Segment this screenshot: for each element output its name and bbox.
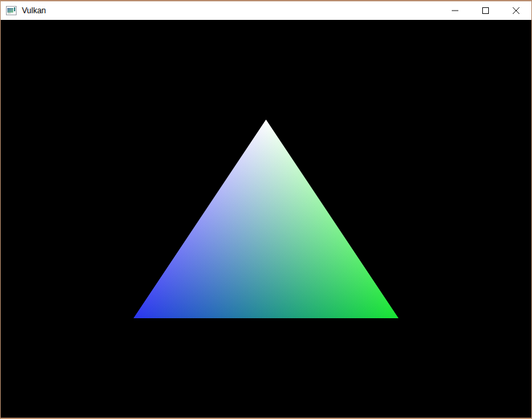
- vulkan-viewport: [1, 20, 531, 418]
- titlebar[interactable]: Vulkan: [1, 1, 531, 20]
- vulkan-window: Vulkan: [0, 0, 532, 419]
- window-controls: [440, 1, 531, 20]
- window-title: Vulkan: [22, 1, 46, 20]
- minimize-button[interactable]: [440, 1, 470, 20]
- app-window-icon[interactable]: [6, 6, 17, 15]
- gradient-triangle-canvas: [1, 20, 531, 418]
- minimize-icon: [452, 7, 458, 14]
- maximize-icon: [482, 7, 489, 14]
- maximize-button[interactable]: [470, 1, 501, 20]
- close-button[interactable]: [501, 1, 531, 20]
- close-icon: [513, 7, 519, 14]
